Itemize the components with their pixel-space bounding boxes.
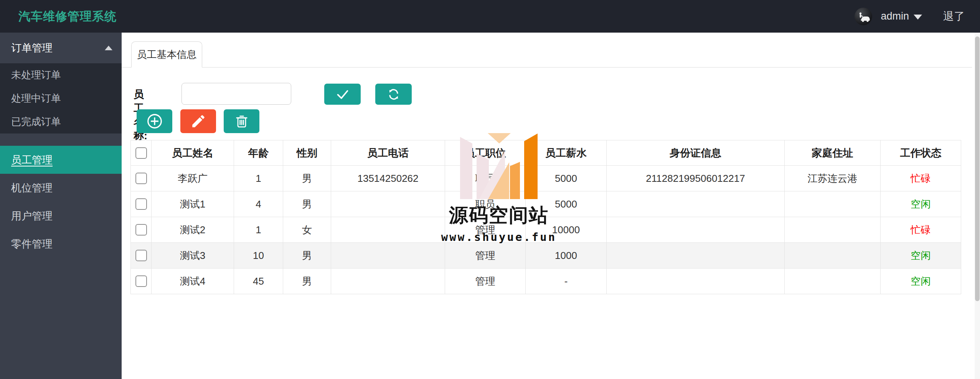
sidebar-separator [0, 133, 122, 146]
sidebar-item-user-management[interactable]: 用户管理 [0, 202, 122, 230]
sidebar-item-processing-orders[interactable]: 处理中订单 [0, 87, 122, 110]
refresh-icon [386, 86, 402, 102]
cell-position: 管理 [445, 269, 526, 294]
table-row: 李跃广 1 男 13514250262 职员 5000 211282199506… [131, 166, 961, 191]
user-avatar[interactable] [855, 8, 872, 25]
logout-button[interactable]: 退了 [943, 9, 965, 24]
main-content: 员工基本信息 员工名称: [122, 33, 980, 379]
cell-status: 空闲 [881, 269, 961, 294]
cell-gender: 男 [283, 166, 331, 191]
cell-idcard: 211282199506012217 [607, 166, 785, 191]
chevron-down-icon[interactable] [914, 15, 922, 20]
header-gender: 性别 [283, 140, 331, 166]
tab-employee-basic-info[interactable]: 员工基本信息 [131, 41, 202, 68]
sidebar: 订单管理 未处理订单 处理中订单 已完成订单 员工管理 机位管理 用户管理 零件… [0, 33, 122, 379]
cell-age: 4 [234, 191, 283, 217]
sidebar-item-parts-management[interactable]: 零件管理 [0, 230, 122, 258]
sidebar-item-employee-management[interactable]: 员工管理 [0, 146, 122, 174]
cell-position: 管理 [445, 243, 526, 269]
username-label[interactable]: admin [881, 10, 909, 22]
cell-gender: 男 [283, 243, 331, 269]
cell-salary: 1000 [526, 243, 607, 269]
cell-idcard [607, 269, 785, 294]
select-all-checkbox[interactable] [135, 147, 147, 159]
cell-age: 1 [234, 217, 283, 243]
header-address: 家庭住址 [785, 140, 881, 166]
cell-phone [331, 243, 445, 269]
cell-phone [331, 217, 445, 243]
header-salary: 员工薪水 [526, 140, 607, 166]
navbar-right: admin 退了 [855, 8, 972, 25]
cell-status: 忙碌 [881, 166, 961, 191]
edit-employee-button[interactable] [180, 109, 216, 133]
employee-name-input[interactable] [181, 83, 291, 105]
sidebar-item-unprocessed-orders[interactable]: 未处理订单 [0, 63, 122, 87]
sidebar-sublist: 未处理订单 处理中订单 已完成订单 [0, 63, 122, 133]
cell-salary: 10000 [526, 217, 607, 243]
cell-name: 测试4 [152, 269, 234, 294]
pencil-icon [190, 113, 206, 129]
cell-salary: - [526, 269, 607, 294]
table-row: 测试2 1 女 管理 10000 忙碌 [131, 217, 961, 243]
cell-address [785, 269, 881, 294]
cell-idcard [607, 217, 785, 243]
table-row: 测试3 10 男 管理 1000 空闲 [131, 243, 961, 269]
sidebar-group-order-management[interactable]: 订单管理 [0, 33, 122, 63]
cell-address [785, 243, 881, 269]
row-checkbox[interactable] [135, 198, 147, 210]
top-navbar: 汽车维修管理系统 admin 退了 [0, 0, 980, 33]
tab-bar: 员工基本信息 [122, 33, 972, 68]
cell-name: 测试1 [152, 191, 234, 217]
reset-button[interactable] [375, 84, 412, 105]
cell-status: 忙碌 [881, 217, 961, 243]
cell-gender: 男 [283, 191, 331, 217]
car-repair-icon [857, 10, 870, 23]
cell-idcard [607, 243, 785, 269]
delete-employee-button[interactable] [224, 109, 259, 133]
cell-age: 45 [234, 269, 283, 294]
header-name: 员工姓名 [152, 140, 234, 166]
header-status: 工作状态 [881, 140, 961, 166]
cell-name: 测试2 [152, 217, 234, 243]
cell-idcard [607, 191, 785, 217]
chevron-up-icon [105, 46, 112, 50]
cell-status: 空闲 [881, 191, 961, 217]
cell-address [785, 217, 881, 243]
cell-phone [331, 191, 445, 217]
cell-phone: 13514250262 [331, 166, 445, 191]
add-employee-button[interactable] [137, 109, 172, 133]
row-checkbox[interactable] [135, 250, 147, 261]
cell-age: 1 [234, 166, 283, 191]
cell-position: 职员 [445, 191, 526, 217]
app-title: 汽车维修管理系统 [18, 8, 117, 25]
cell-name: 李跃广 [152, 166, 234, 191]
row-checkbox[interactable] [135, 173, 147, 184]
cell-address: 江苏连云港 [785, 166, 881, 191]
cell-salary: 5000 [526, 166, 607, 191]
search-confirm-button[interactable] [324, 84, 361, 105]
table-header-row: 员工姓名 年龄 性别 员工电话 员工职位 员工薪水 身份证信息 家庭住址 工作状… [131, 140, 961, 166]
header-age: 年龄 [234, 140, 283, 166]
cell-position: 管理 [445, 217, 526, 243]
table-row: 测试1 4 男 职员 5000 空闲 [131, 191, 961, 217]
cell-status: 空闲 [881, 243, 961, 269]
row-checkbox[interactable] [135, 275, 147, 287]
cell-address [785, 191, 881, 217]
sidebar-item-completed-orders[interactable]: 已完成订单 [0, 110, 122, 133]
sidebar-group-label: 订单管理 [11, 41, 53, 55]
header-checkbox-cell [131, 140, 152, 166]
header-idcard: 身份证信息 [607, 140, 785, 166]
header-phone: 员工电话 [331, 140, 445, 166]
scrollbar-thumb[interactable] [975, 36, 980, 301]
cell-phone [331, 269, 445, 294]
cell-position: 职员 [445, 166, 526, 191]
row-checkbox[interactable] [135, 224, 147, 236]
cell-name: 测试3 [152, 243, 234, 269]
check-icon [334, 87, 351, 102]
cell-age: 10 [234, 243, 283, 269]
employee-table: 员工姓名 年龄 性别 员工电话 员工职位 员工薪水 身份证信息 家庭住址 工作状… [130, 140, 961, 294]
scrollbar-track [975, 33, 980, 379]
trash-icon [234, 113, 250, 129]
sidebar-item-station-management[interactable]: 机位管理 [0, 174, 122, 202]
circle-plus-icon [146, 112, 163, 130]
